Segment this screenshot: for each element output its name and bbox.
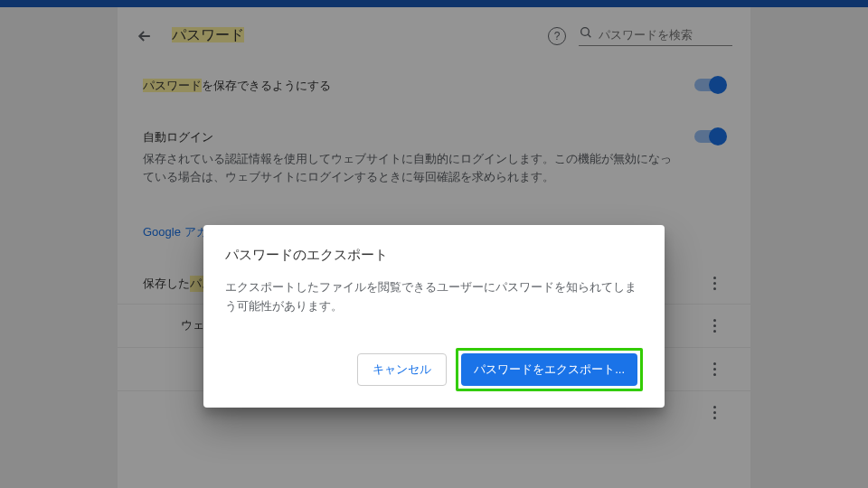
dialog-body: エクスポートしたファイルを閲覧できるユーザーにパスワードを知られてしまう可能性が…: [225, 278, 643, 316]
modal-overlay: パスワードのエクスポート エクスポートしたファイルを閲覧できるユーザーにパスワー…: [0, 0, 868, 488]
cancel-button[interactable]: キャンセル: [357, 353, 447, 386]
export-button-highlight: パスワードをエクスポート...: [456, 348, 643, 391]
export-passwords-button[interactable]: パスワードをエクスポート...: [461, 353, 637, 386]
export-passwords-dialog: パスワードのエクスポート エクスポートしたファイルを閲覧できるユーザーにパスワー…: [203, 225, 665, 408]
dialog-actions: キャンセル パスワードをエクスポート...: [225, 348, 643, 391]
dialog-title: パスワードのエクスポート: [225, 247, 643, 264]
